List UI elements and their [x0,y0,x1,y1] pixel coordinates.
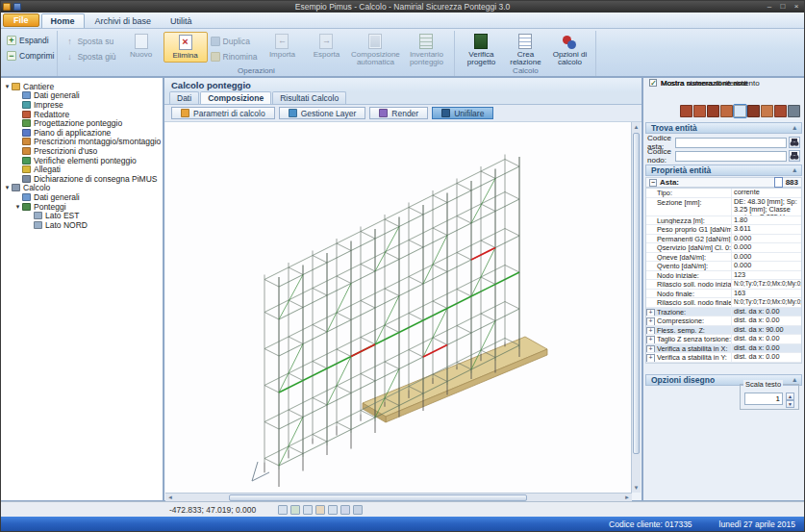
nuovo-button[interactable]: Nuovo [119,32,164,61]
save-icon[interactable] [13,3,21,11]
element-icon-1[interactable] [680,105,692,117]
rinomina-button[interactable]: Rinomina [211,50,258,63]
collapse-section-icon[interactable]: ▴ [792,166,796,174]
menu-tab[interactable]: Home [41,13,85,28]
element-icon-7[interactable] [761,105,773,117]
tree-expand-arrow[interactable]: ▾ [3,184,12,191]
tree-expand-arrow[interactable]: ▾ [13,203,22,211]
composizione-automatica-button[interactable]: Composizione automatica [348,32,402,69]
codice-asta-input[interactable] [675,138,787,148]
property-row[interactable]: Lunghezza [m]: 1.80 [646,216,801,226]
tree-item[interactable]: Lato EST [0,211,163,220]
property-row[interactable]: Qvento [daN/m]: 0.000 [646,262,801,271]
expand-toggle-icon[interactable] [646,326,655,335]
expand-toggle-icon[interactable] [646,335,655,343]
grid-icon[interactable] [278,505,288,515]
zoom-window-icon[interactable] [328,505,338,515]
view-toolbar-button[interactable]: Render [369,107,428,119]
maximize-button[interactable]: □ [776,1,790,12]
importa-button[interactable]: ← Importa [260,32,304,61]
drawing-canvas[interactable] [165,122,632,493]
elimina-button[interactable]: × Elimina [164,32,208,63]
tree-item[interactable]: ▾ Ponteggi [0,202,163,212]
ortho-icon[interactable] [303,505,313,515]
property-row[interactable]: Nodo iniziale: 123 [646,271,801,281]
collapse-asta-icon[interactable]: − [649,179,657,187]
print-icon[interactable] [353,505,363,515]
tree-item[interactable]: Piano di applicazione [0,128,163,138]
comprimi-button[interactable]: − Comprimi [7,49,54,62]
view-toolbar-button[interactable]: Parametri di calcolo [171,107,275,119]
tree-item[interactable]: Lato NORD [0,220,163,230]
menu-tab[interactable]: Utilità [162,13,201,28]
close-button[interactable]: × [790,1,803,12]
element-icon-3[interactable] [707,105,719,117]
property-row[interactable]: Verifica a stabilità in X: dist. da x: 0… [646,344,801,354]
tree-item[interactable]: Prescrizioni montaggio/smontaggio [0,138,163,147]
property-row[interactable]: Qservizio [daN/m] Cl. 0: 0.000 [646,243,801,253]
tree-item[interactable]: Verifiche elementi ponteggio [0,156,163,165]
proprieta-entita-header[interactable]: Proprietà entità ▴ [645,165,802,176]
zoom-extents-icon[interactable] [340,505,350,515]
vertical-scroll-thumb[interactable] [633,133,640,454]
property-row[interactable]: Tipo: corrente [646,189,801,198]
element-icon-4[interactable] [720,105,733,117]
property-row[interactable]: Permanenti G2 [daN/m]: 0.000 [646,235,801,244]
document-tab[interactable]: Dati [169,91,199,104]
property-row[interactable]: Qneve [daN/m]: 0.000 [646,253,801,263]
tree-item[interactable]: Dichiarazione di consegna PiMUS [0,174,163,184]
scroll-up-icon[interactable]: ▲ [632,122,641,132]
edit-pencil-icon[interactable] [788,105,800,117]
property-row[interactable]: Peso proprio G1 [daN/m]: 3.611 [646,225,801,235]
tree-item[interactable]: Imprese [0,100,163,110]
element-icon-5[interactable] [734,105,746,117]
expand-toggle-icon[interactable] [646,344,655,353]
tree-item[interactable]: Dati generali [0,91,163,101]
checkbox-icon[interactable] [649,79,657,87]
tree-item[interactable]: Allegati [0,165,163,174]
element-icon-2[interactable] [693,105,706,117]
opzioni-di-calcolo-button[interactable]: Opzioni di calcolo [547,32,591,69]
property-row[interactable]: Trazione: dist. da x: 0.00 [646,308,801,317]
property-row[interactable]: Rilascio soll. nodo iniziale: N:0;Ty:0;T… [646,280,801,290]
codice-nodo-input[interactable] [675,151,787,162]
tree-item[interactable]: Progettazione ponteggio [0,118,163,128]
document-tab[interactable]: Composizione [200,91,271,104]
trova-entita-header[interactable]: Trova entità ▴ [645,122,802,134]
property-row[interactable]: Verifica a stabilità in Y: dist. da x: 0… [646,353,801,363]
tree-item[interactable]: Redattore [0,110,163,119]
tree-item[interactable]: Prescrizioni d'uso [0,146,163,156]
element-icon-6[interactable] [747,105,760,117]
inventario-ponteggio-button[interactable]: Inventario ponteggio [402,32,450,69]
document-tab[interactable]: Risultati Calcolo [272,91,346,104]
sposta-giu-button[interactable]: ↓ Sposta giù [64,50,115,63]
scroll-down-icon[interactable]: ▼ [632,483,641,493]
find-nodo-button[interactable] [789,150,800,162]
collapse-section-icon[interactable]: ▴ [792,376,796,384]
verifica-progetto-button[interactable]: Verifica progetto [459,32,503,69]
property-row[interactable]: Taglio Z senza torsione: dist. da x: 0.0… [646,335,801,344]
property-row[interactable]: Nodo finale: 163 [646,290,801,299]
draw-option-checkbox[interactable]: Mostra sistema di riferimento [649,78,760,88]
expand-toggle-icon[interactable] [646,317,655,325]
property-row[interactable]: Rilascio soll. nodo finale: N:0;Ty:0;Tz:… [646,298,801,308]
tree-item[interactable]: Dati generali [0,192,163,202]
property-row[interactable]: Sezione [mm]: DE: 48.30 [mm]; Sp: 3.25 [… [646,198,801,216]
tree-expand-arrow[interactable]: ▾ [3,83,12,90]
view-toolbar-button[interactable]: Gestione Layer [279,107,366,119]
scala-testo-input[interactable] [744,393,783,405]
expand-toggle-icon[interactable] [646,308,655,317]
find-asta-button[interactable] [789,137,800,148]
scala-testo-spinner[interactable]: ▲▼ [786,393,794,405]
property-row[interactable]: Compressione: dist. da x: 0.00 [646,317,801,326]
sposta-su-button[interactable]: ↑ Sposta su [64,35,115,47]
property-row[interactable]: Fless. semp. Z: dist. da x: 90.00 [646,326,801,336]
osnap-icon[interactable] [315,505,325,515]
file-menu-button[interactable]: File [3,13,39,27]
spin-up-icon[interactable]: ▲ [786,393,794,400]
tree-item[interactable]: ▾ Cantiere [0,82,163,91]
spin-down-icon[interactable]: ▼ [786,400,794,408]
tree-item[interactable]: ▾ Calcolo [0,184,163,193]
menu-tab[interactable]: Archivi di base [87,13,161,28]
vertical-scrollbar[interactable]: ▲ ▼ [631,122,641,493]
